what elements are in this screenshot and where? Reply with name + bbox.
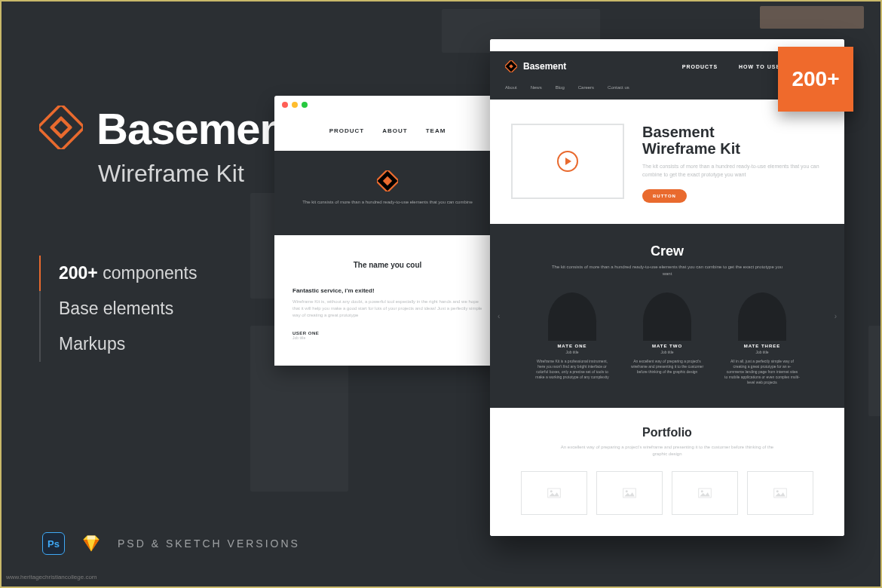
nav-link[interactable]: News (531, 85, 542, 90)
svg-point-13 (701, 490, 703, 492)
crew-name: MATE TWO (629, 344, 705, 348)
crew-section: Crew The kit consists of more than a hun… (490, 224, 844, 408)
svg-point-9 (550, 490, 553, 492)
preview-stack: PRODUCT ABOUT TEAM The kit consists of m… (320, 24, 862, 567)
portfolio-section: Portfolio An excellent way of preparing … (490, 408, 844, 536)
carousel-prev-icon[interactable]: ‹ (498, 312, 799, 320)
portfolio-thumb[interactable] (521, 471, 587, 515)
nav-link[interactable]: PRODUCT (329, 127, 365, 134)
photoshop-icon: Ps (42, 532, 65, 555)
svg-point-11 (626, 490, 628, 492)
portfolio-thumb[interactable] (672, 471, 738, 515)
testimonial-author-role: Job title (292, 335, 482, 340)
play-icon[interactable] (557, 151, 578, 172)
footer-text: PSD & SKETCH VERSIONS (118, 537, 300, 550)
nav-link[interactable]: Contact us (608, 85, 629, 90)
crew-member: MATE THREE Job title All in all, just a … (724, 292, 800, 385)
crew-title: Crew (505, 243, 829, 259)
preview-brand-text: Basement (523, 61, 566, 72)
testimonial-heading: The name you coul (292, 261, 482, 269)
portfolio-sub: An excellent way of preparing a project'… (508, 444, 826, 458)
portfolio-thumb[interactable] (596, 471, 663, 515)
svg-point-15 (776, 490, 779, 492)
crew-role: Job title (724, 350, 800, 354)
nav-link[interactable]: Blog (556, 85, 565, 90)
crew-role: Job title (629, 350, 705, 354)
crew-name: MATE THREE (724, 344, 800, 348)
hero-title: BasementWireframe Kit (642, 124, 823, 157)
hero-copy: The kit consists of more than a hundred … (642, 163, 823, 179)
preview-small-hero: The kit consists of more than a hundred … (274, 151, 501, 235)
crew-name: MATE ONE (534, 344, 610, 348)
preview-small-copy: The kit consists of more than a hundred … (302, 199, 472, 205)
crew-copy: Wireframe Kit is a professional instrume… (534, 359, 610, 380)
brand-logo-icon (377, 170, 398, 194)
carousel-next-icon[interactable]: › (835, 312, 837, 320)
crew-role: Job title (534, 350, 610, 354)
ghost-panel (868, 326, 882, 416)
count-badge: 200+ (778, 47, 853, 112)
preview-card-main: Basement PRODUCTS HOW TO USE CLIENTS Abo… (490, 39, 844, 536)
nav-link[interactable]: ABOUT (382, 127, 407, 134)
nav-link[interactable]: Careers (578, 85, 594, 90)
crew-copy: An excellent way of preparing a project'… (629, 359, 705, 375)
preview-card-small: PRODUCT ABOUT TEAM The kit consists of m… (274, 96, 501, 366)
crew-member: MATE TWO Job title An excellent way of p… (629, 292, 705, 385)
preview-brand: Basement (505, 60, 566, 72)
brand-logo-icon (39, 106, 83, 152)
nav-link[interactable]: HOW TO USE (739, 64, 780, 69)
nav-link[interactable]: TEAM (426, 127, 446, 134)
preview-small-testimonial: The name you coul Fantastic service, i'm… (274, 235, 501, 366)
window-traffic-lights (274, 96, 501, 114)
testimonial-quote-body: Wireframe Kit is, without any doubt, a p… (292, 299, 482, 319)
sketch-icon (80, 532, 103, 555)
nav-link[interactable]: About (505, 85, 517, 90)
crew-member: MATE ONE Job title Wireframe Kit is a pr… (534, 292, 610, 385)
footer: Ps PSD & SKETCH VERSIONS (42, 532, 300, 555)
product-name: Basement (96, 103, 299, 154)
testimonial-quote-title: Fantastic service, i'm exited! (292, 287, 482, 294)
preview-hero: BasementWireframe Kit The kit consists o… (490, 100, 844, 224)
portfolio-thumb[interactable] (747, 471, 813, 515)
media-placeholder[interactable] (511, 124, 624, 199)
preview-small-nav: PRODUCT ABOUT TEAM (274, 114, 501, 151)
crew-sub: The kit consists of more than a hundred … (505, 264, 829, 277)
cta-button[interactable]: BUTTON (642, 189, 687, 203)
nav-link[interactable]: PRODUCTS (682, 64, 718, 69)
crew-copy: All in all, just a perfectly simple way … (724, 359, 800, 385)
portfolio-title: Portfolio (508, 426, 826, 439)
attribution: www.heritagechristiancollege.com (6, 574, 97, 580)
